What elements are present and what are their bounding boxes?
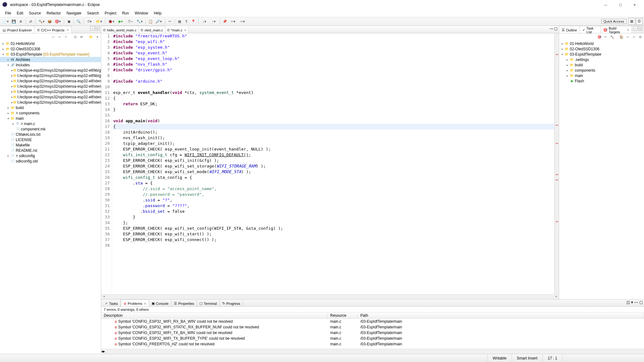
editor-hscroll[interactable]: ◂▸ (101, 294, 559, 299)
tree-item[interactable]: build (574, 63, 583, 67)
col-path[interactable]: Path (358, 313, 644, 318)
minimize-view-button[interactable]: — (633, 26, 638, 30)
forward-icon[interactable]: ⇨ (631, 34, 636, 39)
tree-item[interactable]: I:/eclipse-esp32/msys32/opt/xtensa-esp32… (17, 79, 101, 83)
tree-item[interactable]: 02-OledSSD1306 (569, 47, 599, 51)
tab-progress[interactable]: ↻Progress (220, 299, 243, 306)
tree-item[interactable]: main (15, 116, 24, 121)
tree-item[interactable]: I:/eclipse-esp32/msys32/opt/xtensa-esp32… (17, 68, 101, 73)
tree-item[interactable]: > sdkconfig (15, 154, 35, 158)
next-annotation-button[interactable]: ↓▾ (200, 18, 209, 25)
tree-item[interactable]: components (574, 68, 595, 73)
new-class-button[interactable]: ©▾ (85, 18, 94, 25)
col-resource[interactable]: Resource (328, 313, 358, 318)
minimize-button[interactable]: — (601, 2, 610, 8)
new-button[interactable]: 📄▾ (1, 18, 10, 25)
back-icon[interactable]: ⇦ (625, 34, 630, 39)
editor-tab-hello[interactable]: ©hello_world_main.c (101, 26, 139, 33)
open-perspective-button[interactable]: ⊞ (628, 18, 635, 25)
tree-item[interactable]: 01-HelloWorld (569, 41, 594, 46)
tab-tasks[interactable]: ✓Tasks (103, 299, 121, 306)
toggle-breadcrumb-button[interactable]: 📍 (190, 18, 197, 25)
tree-item[interactable]: component.mk (20, 127, 46, 131)
tree-item[interactable]: 02-OledSSD1306 (10, 47, 40, 51)
menu-navigate[interactable]: Navigate (64, 10, 84, 16)
close-icon[interactable]: ✕ (627, 28, 629, 32)
close-icon[interactable]: ✕ (184, 29, 186, 32)
hide-icon[interactable]: ⊞ (638, 34, 643, 39)
view-menu-icon[interactable]: ▾ (95, 34, 100, 39)
menu-file[interactable]: File (3, 10, 14, 16)
tree-item[interactable]: LICENSE (15, 138, 32, 142)
minimize-view-button[interactable]: — (90, 26, 95, 30)
tree-item[interactable]: I:/eclipse-esp32/msys32/opt/xtensa-esp32… (17, 84, 101, 89)
menu-source[interactable]: Source (26, 10, 43, 16)
toggle-block-button[interactable]: ▦ (176, 18, 183, 25)
tab-properties[interactable]: ☰Properties (171, 299, 197, 306)
minimize-view-button[interactable]: — (634, 300, 638, 306)
tree-item[interactable]: sdkconfig.old (15, 159, 38, 163)
tree-item[interactable]: CMakeLists.txt (15, 132, 41, 137)
run-button[interactable]: ▶▾ (116, 18, 125, 25)
tree-item[interactable]: I:/eclipse-esp32/msys32/opt/xtensa-esp32… (17, 90, 101, 94)
tree-item[interactable]: main (574, 74, 583, 78)
tree-item[interactable]: I:/eclipse-esp32/msys32/opt/xtensa-esp32… (17, 95, 101, 99)
open-type-button[interactable]: 🔍 (75, 18, 82, 25)
forward-button[interactable]: ⇨▾ (238, 18, 247, 25)
problems-table[interactable]: Description Resource Path ⊘Symbol 'CONFI… (101, 312, 644, 349)
menu-help[interactable]: Help (151, 10, 164, 16)
maximize-view-button[interactable]: ▢ (639, 300, 643, 306)
tab-outline[interactable]: ☰Outline (559, 26, 580, 33)
tab-cpp-projects[interactable]: © C/C++ Projects ✕ (35, 26, 72, 33)
editor-tab-main[interactable]: ©*main.c✕ (165, 26, 189, 33)
problem-row[interactable]: ⊘Symbol 'CONFIG_ESP32_WIFI_RX_BA_WIN' co… (101, 319, 644, 324)
menu-refactor[interactable]: Refactor (44, 10, 63, 16)
tab-terminal[interactable]: ▢Terminal (197, 299, 220, 306)
problem-row[interactable]: ⊘Symbol 'CONFIG_FREERTOS_HZ' could not b… (101, 341, 644, 347)
tree-item[interactable]: build (15, 106, 24, 110)
fwd-nav-icon[interactable]: ⇨ (57, 34, 62, 39)
maximize-editor-button[interactable]: ▢ (554, 26, 558, 33)
back-nav-icon[interactable]: ⇦ (51, 34, 56, 39)
build-target-button[interactable]: 🎯▾ (53, 18, 62, 25)
close-icon[interactable]: ✕ (144, 302, 146, 305)
stop-button[interactable]: ◼ (66, 18, 72, 25)
tree-item[interactable]: I:/eclipse-esp32/msys32/opt/xtensa-esp32… (17, 100, 101, 105)
line-gutter[interactable]: 1234567891011121314151617181920212223242… (101, 33, 112, 294)
pin-button[interactable]: 📌 (222, 18, 228, 25)
menu-run[interactable]: Run (119, 10, 131, 16)
collapse-all-icon[interactable]: ⊟ (73, 34, 78, 39)
build-target-icon[interactable]: 🔨 (609, 34, 614, 39)
filter-icon[interactable]: ◫ (626, 300, 630, 306)
tree-item[interactable]: Includes (15, 63, 30, 67)
tree-item[interactable]: 01-HelloWorld (10, 41, 35, 46)
debug-button[interactable]: 🐞▾ (107, 18, 116, 25)
link-editor-icon[interactable]: ⇄ (79, 34, 84, 39)
tree-item[interactable]: Flash (574, 79, 584, 83)
save-all-button[interactable]: 🗎 (18, 18, 24, 25)
switch-editor-button[interactable]: ⇄ (27, 18, 34, 25)
tree-item[interactable]: Makefile (15, 143, 30, 147)
tab-problems[interactable]: ⊘Problems✕ (121, 299, 149, 306)
problem-row[interactable]: ⊘Symbol 'CONFIG_ESP32_WIFI_TX_BUFFER_TYP… (101, 336, 644, 341)
quick-access-field[interactable]: Quick Access (601, 19, 626, 24)
menu-search[interactable]: Search (85, 10, 102, 16)
tree-item[interactable]: 03-EspIdfTemplate [03-EspIdfTemplate mas… (10, 52, 89, 57)
profile-button[interactable]: ⏱▾ (126, 18, 135, 25)
show-whitespace-button[interactable]: ¶ (183, 18, 190, 25)
col-description[interactable]: Description (101, 313, 328, 318)
tree-item[interactable]: .settings (574, 58, 589, 62)
menu-edit[interactable]: Edit (14, 10, 26, 16)
code-editor[interactable]: #include "freertos/FreeRTOS.h"#include "… (112, 33, 554, 294)
menu-project[interactable]: Project (102, 10, 119, 16)
cpp-perspective-button[interactable]: © (636, 18, 643, 25)
maximize-view-button[interactable]: ▢ (638, 26, 643, 30)
tab-build-targets[interactable]: 🎯Build Targets✕ (601, 26, 632, 33)
new-task-button[interactable]: 📋 (147, 18, 154, 25)
search-button[interactable]: 🔎▾ (154, 18, 163, 25)
maximize-view-button[interactable]: ▢ (95, 26, 100, 30)
new-target-icon[interactable]: 🎯 (597, 34, 602, 39)
menu-window[interactable]: Window (132, 10, 151, 16)
edit-target-icon[interactable]: ✏ (603, 34, 608, 39)
build-all-button[interactable]: 📦 (47, 18, 53, 25)
